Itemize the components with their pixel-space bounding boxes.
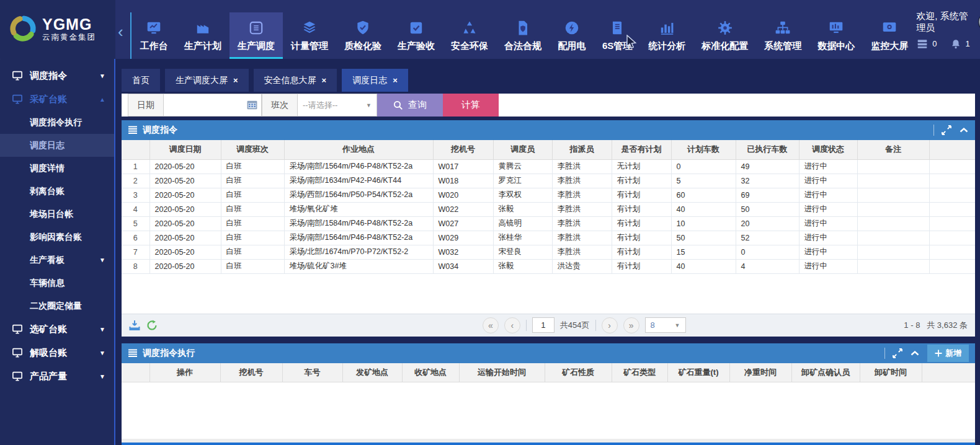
table-row[interactable]: 52020-05-20白班采场/南部/1584m/P46-P48/KT52-2a… xyxy=(122,216,975,231)
date-input[interactable] xyxy=(164,94,262,117)
tab-dispatch-log[interactable]: 调度日志× xyxy=(342,69,408,92)
table-cell: 4 xyxy=(122,202,149,216)
nav-item-production-dispatch[interactable]: 生产调度 xyxy=(229,12,283,59)
table-cell: W032 xyxy=(433,245,493,259)
bottom-scroll-track[interactable] xyxy=(122,443,975,445)
table-cell: W027 xyxy=(433,216,493,231)
table-cell: 李胜洪 xyxy=(552,216,612,231)
sidebar-item-secondary-delineated-reserves[interactable]: 二次圈定储量 xyxy=(0,294,114,317)
table-cell: 32 xyxy=(736,174,799,188)
table-row[interactable]: 22020-05-20白班采场/南部/1634m/P42-P46/KT44W01… xyxy=(122,174,975,188)
table-row[interactable]: 32020-05-20白班采场/西部/1564m/P50-P54/KT52-2a… xyxy=(122,188,975,202)
sidebar-item-desorption-ledger[interactable]: 解吸台账▼ xyxy=(0,341,114,364)
panel-title: 调度指令执行 xyxy=(143,348,195,359)
table-cell: 李胜洪 xyxy=(552,188,612,202)
nav-item-system-mgmt[interactable]: 系统管理 xyxy=(756,12,809,59)
sidebar-item-ore-dressing-ledger[interactable]: 选矿台账▼ xyxy=(0,317,114,341)
column-header xyxy=(922,363,975,382)
expand-icon[interactable] xyxy=(942,125,951,135)
table-cell: 堆场/硫化矿3#堆 xyxy=(284,259,433,273)
sidebar-item-mining-ledger[interactable]: 采矿台账▲ xyxy=(0,87,114,111)
table-cell: 采场/南部/1634m/P42-P46/KT44 xyxy=(284,174,433,188)
sidebar-item-product-output[interactable]: 产品产量▼ xyxy=(0,364,114,388)
dispatch-command-panel: 调度指令 调度日期调度班次作业地点挖机号调度员指派员是否有计划计划车数已执行车数… xyxy=(122,120,975,337)
column-header: 备注 xyxy=(857,140,929,159)
nav-item-data-center[interactable]: 数据中心 xyxy=(809,12,863,59)
column-header: 挖机号 xyxy=(433,140,493,159)
collapse-panel-icon[interactable] xyxy=(959,125,969,135)
nav-item-compliance[interactable]: 合法合规 xyxy=(496,12,550,59)
next-page-button[interactable]: › xyxy=(602,317,618,333)
sidebar-item-yard-daily-ledger[interactable]: 堆场日台帐 xyxy=(0,203,114,226)
last-page-button[interactable]: » xyxy=(623,317,639,333)
sidebar-item-stripping-ledger[interactable]: 剥离台账 xyxy=(0,180,114,203)
dispatch-exec-table: 操作挖机号车号发矿地点收矿地点运输开始时间矿石性质矿石类型矿石重量(t)净重时间… xyxy=(122,363,975,383)
sidebar-item-impact-factor-ledger[interactable]: 影响因素台账 xyxy=(0,226,114,249)
table-row[interactable]: 42020-05-20白班堆场/氧化矿堆W022张毅李胜洪有计划4050进行中 xyxy=(122,202,975,216)
nav-item-statistics[interactable]: 统计分析 xyxy=(640,12,693,59)
table-cell: 进行中 xyxy=(799,231,857,245)
prev-page-button[interactable]: ‹ xyxy=(504,317,520,333)
nav-item-label: 配用电 xyxy=(558,40,586,52)
calc-button[interactable]: 计算 xyxy=(443,94,499,117)
badge-alerts[interactable]: 1 xyxy=(950,39,970,49)
column-header: 发矿地点 xyxy=(342,363,402,382)
sidebar-item-dispatch-log[interactable]: 调度日志 xyxy=(0,134,114,157)
chevron-down-icon: ▼ xyxy=(99,257,105,263)
sidebar-item-label: 选矿台账 xyxy=(30,324,67,335)
table-row[interactable]: 72020-05-20白班采场/北部/1674m/P70-P72/KT52-2W… xyxy=(122,245,975,259)
nav-item-metering[interactable]: 计量管理 xyxy=(283,12,336,59)
table-cell: 李胜洪 xyxy=(552,245,612,259)
tab-bar: 首页生产调度大屏×安全信息大屏×调度日志× xyxy=(122,69,975,92)
badge-row: 010 xyxy=(916,39,980,49)
close-icon[interactable]: × xyxy=(233,76,238,84)
nav-item-six-s[interactable]: 6S管理 xyxy=(594,12,640,59)
tab-production-dispatch-screen[interactable]: 生产调度大屏× xyxy=(165,69,249,92)
first-page-button[interactable]: « xyxy=(483,317,499,333)
table-empty-space xyxy=(122,274,975,314)
nav-item-standard-config[interactable]: 标准化配置 xyxy=(693,12,756,59)
nav-item-workbench[interactable]: 工作台 xyxy=(131,12,176,59)
shift-select[interactable]: --请选择-- ▼ xyxy=(298,94,377,117)
collapse-panel-icon[interactable] xyxy=(910,348,920,358)
total-rows-text: 共 3,632 条 xyxy=(927,320,968,330)
column-header: 调度员 xyxy=(493,140,552,159)
sidebar-item-production-board[interactable]: 生产看板▼ xyxy=(0,249,114,271)
tab-home[interactable]: 首页 xyxy=(122,69,160,92)
nav-item-monitor-screen[interactable]: 监控大屏 xyxy=(863,12,916,59)
chevron-down-icon: ▼ xyxy=(99,350,105,356)
table-row[interactable]: 62020-05-20白班采场/南部/1564m/P46-P48/KT52-2a… xyxy=(122,231,975,245)
page-size-select[interactable]: 8 ▼ xyxy=(645,317,686,333)
sidebar-collapse-icon[interactable]: ‹ xyxy=(118,24,123,40)
add-button[interactable]: 新增 xyxy=(927,345,969,362)
close-icon[interactable]: × xyxy=(393,76,398,84)
table-cell: 白班 xyxy=(221,174,284,188)
table-cell: 20 xyxy=(736,216,799,231)
brand-name: 云南黄金集团 xyxy=(42,32,96,43)
nav-item-label: 安全环保 xyxy=(451,40,488,52)
tab-safety-info-screen[interactable]: 安全信息大屏× xyxy=(254,69,337,92)
sidebar-item-dispatch-command[interactable]: 调度指令▼ xyxy=(0,64,114,87)
sidebar-item-vehicle-info[interactable]: 车辆信息 xyxy=(0,271,114,294)
nav-item-production-plan[interactable]: 生产计划 xyxy=(176,12,229,59)
expand-icon[interactable] xyxy=(893,348,902,358)
nav-item-power[interactable]: 配用电 xyxy=(550,12,594,59)
column-header: 卸矿时间 xyxy=(860,363,922,382)
nav-item-quality-test[interactable]: 质检化验 xyxy=(336,12,390,59)
nav-item-production-acceptance[interactable]: 生产验收 xyxy=(390,12,443,59)
download-icon[interactable] xyxy=(129,320,140,331)
refresh-icon[interactable] xyxy=(146,320,158,331)
nav-item-safety-env[interactable]: 安全环保 xyxy=(443,12,496,59)
sidebar-item-label: 采矿台账 xyxy=(30,94,67,105)
table-row[interactable]: 12020-05-20白班采场/南部/1564m/P46-P48/KT52-2a… xyxy=(122,159,975,174)
badge-queue[interactable]: 0 xyxy=(916,39,937,49)
table-row[interactable]: 82020-05-20白班堆场/硫化矿3#堆W034张毅洪达贵有计划404进行中 xyxy=(122,259,975,273)
user-area: 欢迎, 系统管理员 ▼ 010 xyxy=(916,0,980,59)
page-number-input[interactable] xyxy=(532,317,555,333)
close-icon[interactable]: × xyxy=(322,76,327,84)
query-button[interactable]: 查询 xyxy=(377,94,443,117)
nav-item-label: 生产计划 xyxy=(184,40,221,52)
sidebar-item-dispatch-detail[interactable]: 调度详情 xyxy=(0,157,114,180)
sidebar-item-dispatch-command-exec[interactable]: 调度指令执行 xyxy=(0,111,114,134)
monitor-screen-icon xyxy=(881,20,898,36)
